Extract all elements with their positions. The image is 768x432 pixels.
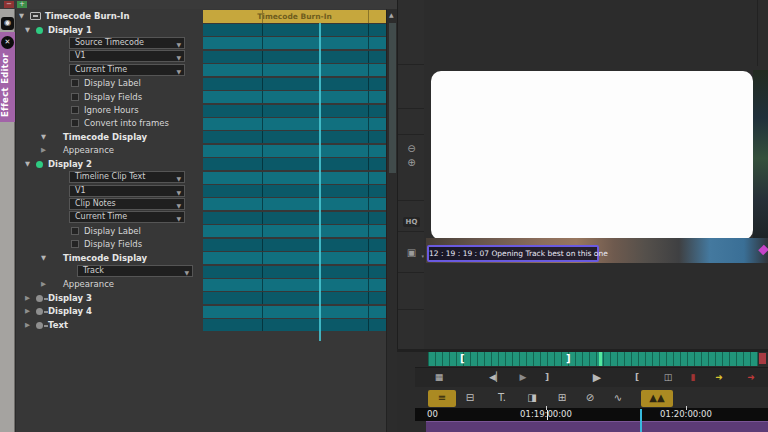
effect-mode-button[interactable]: ≡ [428,390,456,407]
effect-panel-scrollbar[interactable]: ▲ [386,9,397,432]
checkbox-display-fields[interactable] [71,240,79,248]
expand-triangle-icon[interactable]: ▼ [41,254,46,262]
effect-editor-tab[interactable]: ✕ Effect Editor [0,32,15,122]
chevron-down-icon: ▼ [176,188,181,198]
timeline-ruler[interactable] [415,408,768,421]
collapse-triangle-icon[interactable]: ▶ [41,146,46,154]
keyframe-track-bar[interactable] [203,172,386,184]
dropdown-current-time[interactable]: Current Time▼ [69,211,185,223]
checkbox-display-label[interactable] [71,79,79,87]
hq-toggle-button[interactable]: HQ [403,217,420,227]
keyframe-track-bar[interactable] [203,158,386,170]
ruler-tick [546,406,547,410]
mark-in-button[interactable]: [ [630,370,644,385]
add-marker-button[interactable]: ▮ [688,370,698,385]
video-content-right [753,70,768,240]
position-bar-playhead[interactable] [599,352,602,366]
add-window-button[interactable]: + [17,1,27,8]
checkbox-convert-into-frames[interactable] [71,119,79,127]
keyframe-track-bar[interactable] [203,319,386,331]
keyframe-track-bar[interactable] [203,131,386,143]
collapse-triangle-icon[interactable]: ▶ [25,307,30,315]
keyframe-track-bar[interactable] [203,118,386,130]
enable-toggle-icon[interactable] [36,295,43,302]
checkbox-display-label[interactable] [71,227,79,235]
position-bar-marker [759,353,766,364]
ruler-timecode-label: 01:20:00:00 [660,409,712,419]
timeline-playhead[interactable] [640,409,642,432]
timecode-track[interactable] [426,421,768,432]
scroll-up-icon[interactable]: ▲ [389,11,394,18]
pin-icon[interactable]: ◉ [1,17,14,30]
trim-mode-button[interactable]: ⊟ [458,390,482,407]
dropdown-clip-notes[interactable]: Clip Notes▼ [69,198,185,210]
video-quality-button[interactable]: ▣▾ [398,247,425,258]
keyframe-track-bar[interactable] [203,91,386,103]
motion-curve-button[interactable]: ∿ [606,390,630,407]
scrollbar-thumb[interactable] [389,23,396,173]
step-forward-button[interactable]: ▶ [514,370,532,385]
tree-row-current-time: Current Time▼ [16,211,202,224]
mark-clip-button[interactable]: ◫ [658,370,678,385]
dropdown-v1[interactable]: V1▼ [69,50,185,62]
monitor-position-bar[interactable] [428,352,758,366]
keyframe-track-bar[interactable] [203,78,386,90]
keyframe-track-bar[interactable] [203,185,386,197]
text-tool-button[interactable]: T. [490,390,514,407]
keyframe-track-bar[interactable] [203,145,386,157]
checkbox-ignore-hours[interactable] [71,106,79,114]
zoom-out-button[interactable]: ⊖ [398,143,425,154]
keyframe-track-bar[interactable] [203,266,386,278]
dropdown-source-timecode[interactable]: Source Timecode▼ [69,37,185,49]
dropdown-track[interactable]: Track▼ [77,265,193,277]
keyframe-track-bar[interactable] [203,225,386,237]
disable-track-button[interactable]: ⊘ [578,390,602,407]
play-button[interactable]: ▶ [588,370,606,385]
dropdown-v1[interactable]: V1▼ [69,185,185,197]
group-label: Text [48,320,68,330]
enable-toggle-icon[interactable] [36,27,43,34]
mark-out-button[interactable]: ] [540,370,554,385]
keyframe-track-bar[interactable] [203,292,386,304]
collapse-triangle-icon[interactable]: ▼ [19,12,24,20]
dropdown-timeline-clip-text[interactable]: Timeline Clip Text▼ [69,171,185,183]
expand-triangle-icon[interactable]: ▼ [25,26,30,34]
collapse-triangle-icon[interactable]: ▶ [25,294,30,302]
collapse-triangle-icon[interactable]: ▶ [25,321,30,329]
zoom-in-button[interactable]: ⊕ [398,157,425,168]
tree-row-ignore-hours: Ignore Hours [16,104,202,117]
extract-button[interactable]: ➜ [740,370,762,385]
keyframe-track-bar[interactable] [203,64,386,76]
step-backward-button[interactable]: ◀▏ [486,370,506,385]
expand-triangle-icon[interactable]: ▼ [41,133,46,141]
segment-tool-button[interactable]: ⊞ [550,390,574,407]
lift-button[interactable]: ➜ [708,370,730,385]
checkbox-display-fields[interactable] [71,93,79,101]
keyframe-track-bar[interactable] [203,239,386,251]
close-window-button[interactable]: − [4,1,14,8]
keyframe-track-bar[interactable] [203,279,386,291]
keyframe-track-bar[interactable] [203,212,386,224]
dropdown-current-time[interactable]: Current Time▼ [69,64,185,76]
keyframe-track-bar[interactable] [203,306,386,318]
tree-row-source-timecode: Source Timecode▼ [16,37,202,50]
keyframe-track-bar[interactable] [203,252,386,264]
source-record-grid-button[interactable]: ▦ [430,370,448,385]
expand-triangle-icon[interactable]: ▼ [25,160,30,168]
tree-row-clip-notes: Clip Notes▼ [16,198,202,211]
grid-tool-button[interactable]: ◨ [520,390,544,407]
keyframe-track-bar[interactable] [203,24,386,36]
keyframe-track-header[interactable]: Timecode Burn-In [203,10,386,23]
enable-toggle-icon[interactable] [36,161,43,168]
keyframe-track-bar[interactable] [203,37,386,49]
keyframe-track-bar[interactable] [203,51,386,63]
enable-toggle-icon[interactable] [36,322,43,329]
enable-toggle-icon[interactable] [36,308,43,315]
keyframe-track-bar[interactable] [203,198,386,210]
collapse-triangle-icon[interactable]: ▶ [41,280,46,288]
keyframe-mode-button[interactable]: ▲▲ [641,390,673,407]
group-label: Display 2 [48,159,92,169]
effect-position-indicator[interactable] [319,23,321,341]
close-icon[interactable]: ✕ [1,36,14,49]
keyframe-track-bar[interactable] [203,105,386,117]
